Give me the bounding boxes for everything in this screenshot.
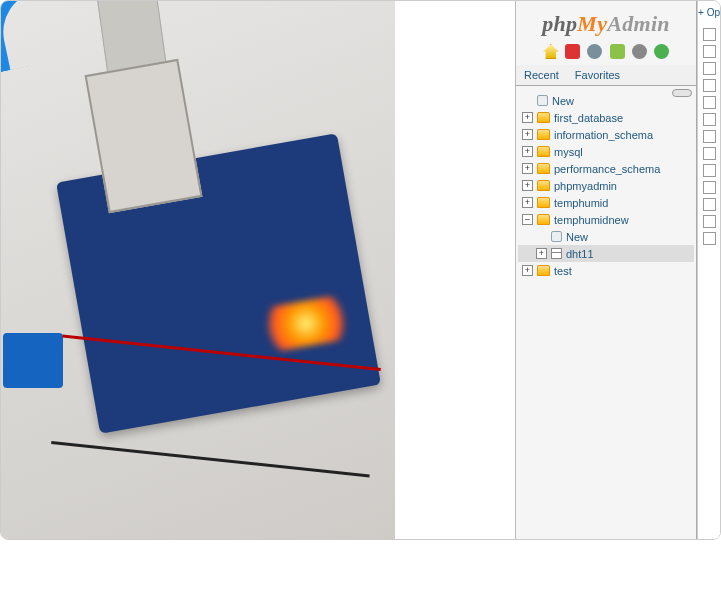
expand-icon[interactable]: + — [522, 197, 533, 208]
tab-recent[interactable]: Recent — [516, 65, 567, 85]
tree-db-phpmyadmin[interactable]: + phpmyadmin — [518, 177, 694, 194]
column-checkbox[interactable] — [703, 28, 716, 41]
tree-db-temphumidnew[interactable]: – temphumidnew — [518, 211, 694, 228]
reload-icon[interactable] — [654, 44, 669, 59]
database-tree: New + first_database + information_schem… — [516, 86, 696, 539]
tree-label: performance_schema — [554, 163, 660, 175]
expand-icon[interactable]: + — [536, 248, 547, 259]
spacer — [395, 1, 515, 539]
database-icon — [537, 197, 550, 208]
database-icon — [537, 265, 550, 276]
logo-text-admin: Admin — [607, 11, 670, 36]
logo-text-php: php — [542, 11, 577, 36]
column-checkbox[interactable] — [703, 45, 716, 58]
nav-tabs: Recent Favorites — [516, 65, 696, 86]
collapse-panel-button[interactable] — [672, 89, 692, 97]
tree-label: mysql — [554, 146, 583, 158]
tree-db-first_database[interactable]: + first_database — [518, 109, 694, 126]
app-root: phpMyAdmin Recent Favorites New — [0, 0, 721, 540]
tree-label: phpmyadmin — [554, 180, 617, 192]
database-icon — [537, 214, 550, 225]
column-checkbox[interactable] — [703, 113, 716, 126]
new-icon — [551, 231, 562, 242]
tree-db-information_schema[interactable]: + information_schema — [518, 126, 694, 143]
column-checkbox[interactable] — [703, 147, 716, 160]
column-checkbox[interactable] — [703, 181, 716, 194]
column-checkbox[interactable] — [703, 96, 716, 109]
expand-icon[interactable]: + — [522, 129, 533, 140]
options-link[interactable]: + Op — [698, 5, 720, 24]
collapse-icon[interactable]: – — [522, 214, 533, 225]
tree-label: dht11 — [566, 248, 594, 260]
database-icon — [537, 129, 550, 140]
database-icon — [537, 163, 550, 174]
column-checkbox[interactable] — [703, 62, 716, 75]
logo-text-my: My — [577, 11, 607, 36]
tree-db-temphumid[interactable]: + temphumid — [518, 194, 694, 211]
home-icon[interactable] — [543, 44, 558, 59]
database-icon — [537, 146, 550, 157]
docs-icon[interactable] — [610, 44, 625, 59]
tree-db-mysql[interactable]: + mysql — [518, 143, 694, 160]
tree-label: information_schema — [554, 129, 653, 141]
column-checkbox[interactable] — [703, 198, 716, 211]
expand-icon[interactable]: + — [522, 163, 533, 174]
tree-label: temphumid — [554, 197, 608, 209]
dht11-sensor — [3, 333, 63, 388]
phpmyadmin-logo[interactable]: phpMyAdmin — [516, 1, 696, 41]
expand-icon[interactable]: + — [522, 146, 533, 157]
column-checkbox[interactable] — [703, 215, 716, 228]
column-checkbox[interactable] — [703, 130, 716, 143]
expand-icon[interactable]: + — [522, 112, 533, 123]
sql-icon[interactable] — [565, 44, 580, 59]
hardware-photo — [1, 1, 395, 539]
database-icon — [537, 112, 550, 123]
database-icon — [537, 180, 550, 191]
tree-db-performance_schema[interactable]: + performance_schema — [518, 160, 694, 177]
tree-new-table[interactable]: New — [518, 228, 694, 245]
settings-icon[interactable] — [632, 44, 647, 59]
tree-db-test[interactable]: + test — [518, 262, 694, 279]
expand-icon[interactable]: + — [522, 180, 533, 191]
help-icon[interactable] — [587, 44, 602, 59]
new-icon — [537, 95, 548, 106]
phpmyadmin-panel: phpMyAdmin Recent Favorites New — [515, 1, 720, 539]
tab-favorites[interactable]: Favorites — [567, 65, 628, 85]
column-checkbox[interactable] — [703, 164, 716, 177]
options-strip: + Op — [697, 1, 720, 539]
navigation-sidebar: phpMyAdmin Recent Favorites New — [516, 1, 697, 539]
expand-icon[interactable]: + — [522, 265, 533, 276]
tree-label: first_database — [554, 112, 623, 124]
tree-new-database[interactable]: New — [518, 92, 694, 109]
tree-table-dht11[interactable]: + dht11 — [518, 245, 694, 262]
table-icon — [551, 248, 562, 259]
tree-label: test — [554, 265, 572, 277]
tree-label: New — [552, 95, 574, 107]
tree-label: temphumidnew — [554, 214, 629, 226]
column-checkbox[interactable] — [703, 79, 716, 92]
toolbar — [516, 41, 696, 65]
column-checkbox[interactable] — [703, 232, 716, 245]
tree-label: New — [566, 231, 588, 243]
